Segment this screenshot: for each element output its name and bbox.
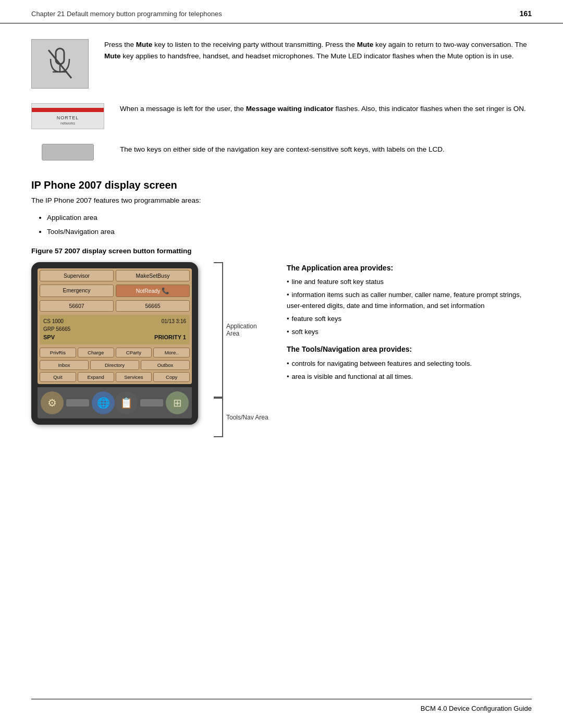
phone-btn-copy[interactable]: Copy <box>153 372 190 382</box>
phone-btn-notready[interactable]: NotReady 📞 <box>116 285 190 297</box>
svg-line-3 <box>48 50 71 78</box>
phone-mockup: Supervisor MakeSetBusy Emergency NotRead… <box>31 262 198 425</box>
phone-btn-56665[interactable]: 56665 <box>116 300 190 312</box>
mwi-image: NORTEL networks <box>31 103 104 129</box>
tools-icon-grid: ⊞ <box>166 391 189 414</box>
display-row-3: SPV PRIORITY 1 <box>43 333 186 342</box>
bullet-list: Application area Tools/Navigation area <box>47 211 532 239</box>
phone-btn-row-3: 56607 56665 <box>38 299 192 313</box>
app-bullet-1: line and feature soft key status <box>287 277 532 288</box>
footer-right: BCM 4.0 Device Configuration Guide <box>421 705 532 712</box>
phone-btn-cparty[interactable]: CParty <box>116 348 152 357</box>
right-panel: The Application area provides: line and … <box>287 262 532 384</box>
phone-btn-charge[interactable]: Charge <box>78 348 114 357</box>
phone-btn-expand[interactable]: Expand <box>78 372 114 382</box>
display-cs1000: CS 1000 <box>43 317 64 325</box>
phone-btn-privris[interactable]: PrivRis <box>40 348 76 357</box>
phone-tools-area: ⚙ 🌐 📋 ⊞ <box>38 387 192 418</box>
display-row-2: GRP 56665 <box>43 325 186 333</box>
phone-btn-directory[interactable]: Directory <box>90 360 139 370</box>
softkey-image <box>42 144 94 161</box>
app-bracket: Application Area <box>214 262 271 398</box>
mute-text: Press the Mute key to listen to the rece… <box>104 39 532 66</box>
tools-area-heading: The Tools/Navigation area provides: <box>287 343 532 355</box>
header-page-number: 161 <box>520 9 532 18</box>
bullet-item-app: Application area <box>47 211 532 225</box>
mute-icon <box>44 46 76 82</box>
phone-btn-quit[interactable]: Quit <box>40 372 76 382</box>
figure-number: Figure 57 <box>31 247 63 255</box>
figure-description: 2007 display screen button formatting <box>65 247 192 255</box>
phone-btn-inbox[interactable]: Inbox <box>40 360 89 370</box>
softkey-section: The two keys on either side of the navig… <box>31 144 532 161</box>
figure-area: Supervisor MakeSetBusy Emergency NotRead… <box>31 262 532 437</box>
mute-section: Press the Mute key to listen to the rece… <box>31 39 532 89</box>
tools-bullet-2: area is visible and functional at all ti… <box>287 372 532 382</box>
section-intro: The IP Phone 2007 features two programma… <box>31 196 532 204</box>
app-area-label: Application Area <box>226 323 271 337</box>
phone-inbox-row: Inbox Directory Outbox <box>38 359 192 371</box>
phone-btn-row-2: Emergency NotReady 📞 <box>38 283 192 299</box>
phone-screen: Supervisor MakeSetBusy Emergency NotRead… <box>38 268 192 384</box>
display-spv: SPV <box>43 333 55 342</box>
phone-btn-services[interactable]: Services <box>116 372 152 382</box>
phone-nav-row: Quit Expand Services Copy <box>38 371 192 384</box>
bracket-annotations: Application Area Tools/Nav Area <box>214 262 271 437</box>
tools-scroll <box>66 399 89 406</box>
tools-label-container: Tools/Nav Area <box>223 398 268 437</box>
phone-btn-supervisor[interactable]: Supervisor <box>40 270 114 281</box>
tools-bullet-1: controls for navigating between features… <box>287 359 532 369</box>
page-header: Chapter 21 Default memory button program… <box>0 0 563 23</box>
mwi-text: When a message is left for the user, the… <box>120 103 532 119</box>
softkey-text: The two keys on either side of the navig… <box>120 144 532 159</box>
phone-btn-56607[interactable]: 56607 <box>40 300 114 312</box>
display-time: 01/13 3:16 <box>162 317 186 325</box>
tools-scroll-2 <box>140 399 163 406</box>
section-heading: IP Phone 2007 display screen <box>31 179 532 191</box>
content-area: Press the Mute key to listen to the rece… <box>0 39 563 437</box>
phone-btn-emergency[interactable]: Emergency <box>40 285 114 297</box>
phone-btn-row-1: Supervisor MakeSetBusy <box>38 268 192 283</box>
figure-label: Figure 57 2007 display screen button for… <box>31 247 532 255</box>
phone-btn-more[interactable]: More.. <box>153 348 190 357</box>
tools-bracket-line <box>214 398 223 437</box>
tools-area-label: Tools/Nav Area <box>226 414 268 421</box>
mute-image <box>31 39 89 89</box>
page: Chapter 21 Default memory button program… <box>0 0 563 728</box>
tools-icon-book: 📋 <box>115 391 138 414</box>
display-row-1: CS 1000 01/13 3:16 <box>43 317 186 325</box>
app-label-container: Application Area <box>223 262 271 398</box>
display-priority: PRIORITY 1 <box>154 333 186 342</box>
bullet-item-tools: Tools/Navigation area <box>47 225 532 239</box>
mwi-section: NORTEL networks When a message is left f… <box>31 103 532 129</box>
phone-soft-row: PrivRis Charge CParty More.. <box>38 346 192 359</box>
phone-display: CS 1000 01/13 3:16 GRP 56665 SPV PRIORIT… <box>40 315 190 344</box>
app-bullet-3: feature soft keys <box>287 314 532 325</box>
phone-icon-symbol: 📞 <box>162 287 169 294</box>
tools-icon-globe: 🌐 <box>92 391 115 414</box>
app-bullet-4: soft keys <box>287 327 532 338</box>
phone-btn-outbox[interactable]: Outbox <box>141 360 190 370</box>
tools-bracket: Tools/Nav Area <box>214 398 271 437</box>
nortel-red-line <box>32 108 104 112</box>
app-bullet-2: information items such as caller number,… <box>287 290 532 312</box>
header-chapter: Chapter 21 Default memory button program… <box>31 10 222 18</box>
phone-btn-makesetbusy[interactable]: MakeSetBusy <box>116 270 190 281</box>
tools-icon-gear: ⚙ <box>41 391 64 414</box>
page-footer: BCM 4.0 Device Configuration Guide <box>31 699 532 712</box>
app-bracket-line <box>214 262 223 398</box>
softkey-image-container <box>31 144 104 161</box>
app-area-heading: The Application area provides: <box>287 262 532 274</box>
